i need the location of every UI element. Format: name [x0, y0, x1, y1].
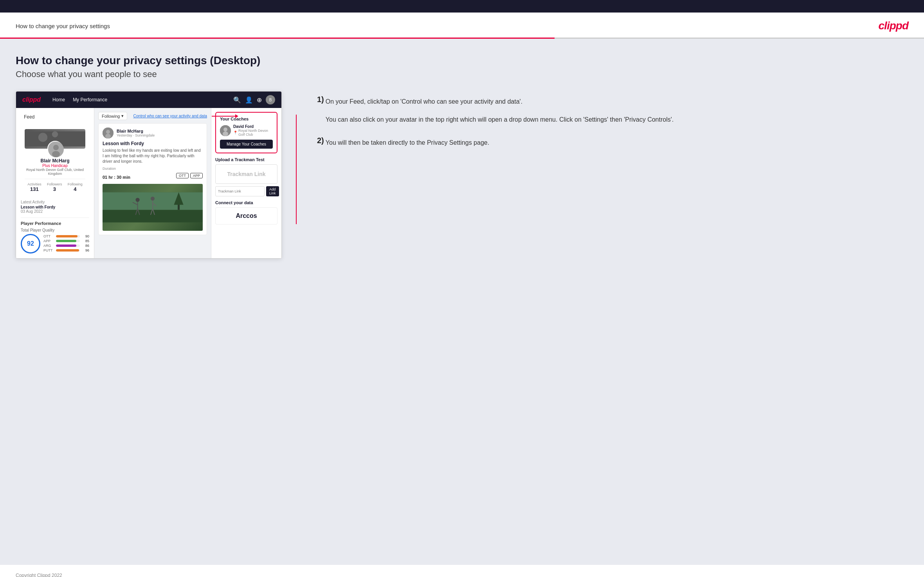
followers-value: 3: [47, 186, 62, 192]
bar-ott: OTT 90: [43, 234, 89, 238]
coach-club-name: Royal North Devon Golf Club: [238, 129, 273, 137]
profile-stats: Activities 131 Followers 3 Following 4: [25, 179, 85, 192]
manage-coaches-button[interactable]: Manage Your Coaches: [220, 140, 273, 149]
profile-club: Royal North Devon Golf Club, United King…: [25, 168, 85, 176]
main-content: How to change your privacy settings (Des…: [0, 39, 924, 565]
svg-point-5: [52, 151, 60, 157]
instructions-panel: 1) On your Feed, click/tap on 'Control w…: [313, 91, 908, 160]
tag-ott: OTT: [176, 173, 189, 178]
connect-data: Connect your data Arccos: [215, 200, 277, 225]
svg-point-19: [151, 196, 155, 200]
post-header: Blair McHarg Yesterday · Sunningdale: [103, 128, 203, 138]
upload-trackman-title: Upload a Trackman Test: [215, 157, 277, 162]
post-author-info: Blair McHarg Yesterday · Sunningdale: [117, 129, 155, 137]
tag-app: APP: [190, 173, 203, 178]
post-date: Yesterday · Sunningdale: [117, 133, 155, 137]
notifications-icon[interactable]: ⊕: [257, 96, 262, 104]
post-avatar: [103, 128, 113, 138]
svg-point-8: [105, 134, 111, 138]
post-description: Looking to feel like my hands are exitin…: [103, 148, 203, 164]
latest-activity: Latest Activity Lesson with Fordy 03 Aug…: [21, 200, 89, 214]
instruction-1-number: 1): [317, 95, 324, 104]
instruction-2: 2) You will then be taken directly to th…: [317, 136, 908, 148]
page-heading: How to change your privacy settings (Des…: [16, 54, 908, 67]
tpq-row: 92 OTT 90 APP 85: [21, 234, 89, 253]
svg-point-14: [135, 198, 139, 202]
bar-arg: ARG 86: [43, 244, 89, 248]
coaches-title: Your Coaches: [220, 117, 273, 121]
content-area: clippd Home My Performance 🔍 👤 ⊕ B Feed: [16, 91, 908, 259]
post-duration-value: 01 hr : 30 min: [103, 175, 130, 180]
nav-item-performance[interactable]: My Performance: [73, 97, 107, 102]
post-author-name: Blair McHarg: [117, 129, 155, 133]
trackman-placeholder: Trackman Link: [215, 164, 277, 184]
stat-activities: Activities 131: [27, 182, 41, 192]
person-icon[interactable]: 👤: [245, 96, 253, 104]
activities-value: 131: [27, 186, 41, 192]
coach-club: 📍 Royal North Devon Golf Club: [233, 129, 273, 137]
coaches-box: Your Coaches David Ford 📍 Royal North De…: [215, 112, 277, 153]
header: How to change your privacy settings clip…: [0, 13, 924, 38]
latest-activity-title: Lesson with Fordy: [21, 205, 89, 209]
app-nav: clippd Home My Performance 🔍 👤 ⊕ B: [16, 92, 281, 108]
post-duration-row: 01 hr : 30 min OTT APP: [103, 173, 203, 182]
red-vertical-line-container: [296, 115, 297, 224]
coach-name: David Ford: [233, 124, 273, 129]
add-link-button[interactable]: Add Link: [266, 186, 279, 196]
app-right-sidebar: Your Coaches David Ford 📍 Royal North De…: [211, 108, 281, 258]
instruction-2-text: You will then be taken directly to the P…: [326, 138, 489, 148]
post-duration-label: Duration: [103, 167, 203, 171]
nav-icons: 🔍 👤 ⊕ B: [233, 95, 275, 104]
search-icon[interactable]: 🔍: [233, 96, 241, 104]
app-nav-logo: clippd: [22, 96, 41, 103]
nav-item-home[interactable]: Home: [52, 97, 65, 102]
stat-following: Following 4: [68, 182, 83, 192]
page-subheading: Choose what you want people to see: [16, 69, 908, 79]
following-bar: Following ▾ Control who can see your act…: [98, 112, 207, 120]
clippd-logo: clippd: [879, 20, 908, 32]
feed-tab[interactable]: Feed: [21, 113, 89, 121]
svg-point-1: [38, 133, 47, 142]
svg-point-25: [223, 128, 227, 131]
post-card: Blair McHarg Yesterday · Sunningdale Les…: [98, 123, 207, 235]
stat-followers: Followers 3: [47, 182, 62, 192]
latest-activity-date: 03 Aug 2022: [21, 209, 89, 214]
bar-app: APP 85: [43, 239, 89, 243]
instruction-2-number: 2): [317, 136, 324, 145]
player-performance: Player Performance Total Player Quality …: [21, 217, 89, 253]
chevron-down-icon: ▾: [121, 113, 124, 119]
activities-label: Activities: [27, 182, 41, 186]
following-value: 4: [68, 186, 83, 192]
privacy-link-container: Control who can see your activity and da…: [133, 114, 207, 118]
tpq-bars: OTT 90 APP 85 ARG: [43, 234, 89, 253]
following-button[interactable]: Following ▾: [98, 112, 127, 120]
profile-badge: Plus Handicap: [25, 164, 85, 168]
svg-point-4: [53, 145, 59, 150]
app-screenshot: clippd Home My Performance 🔍 👤 ⊕ B Feed: [16, 91, 282, 259]
footer: Copyright Clippd 2022: [0, 565, 924, 577]
trackman-input[interactable]: [215, 186, 265, 196]
bar-putt: PUTT 96: [43, 248, 89, 252]
user-avatar-nav[interactable]: B: [266, 95, 275, 104]
instruction-1-main-text: On your Feed, click/tap on 'Control who …: [326, 97, 674, 107]
connect-data-title: Connect your data: [215, 200, 277, 205]
profile-avatar: [47, 141, 63, 156]
red-vertical-line: [296, 115, 297, 224]
profile-card: Blair McHarg Plus Handicap Royal North D…: [21, 125, 89, 196]
top-bar: [0, 0, 924, 13]
header-title: How to change your privacy settings: [16, 23, 110, 29]
trackman-input-row: Add Link: [215, 186, 277, 196]
post-title: Lesson with Fordy: [103, 141, 203, 146]
tpq-circle: 92: [21, 234, 40, 253]
svg-rect-10: [103, 210, 203, 222]
post-tags: OTT APP: [176, 173, 203, 178]
player-perf-title: Player Performance: [21, 217, 89, 226]
svg-point-2: [52, 131, 58, 138]
privacy-control-link[interactable]: Control who can see your activity and da…: [133, 114, 207, 118]
app-main: Following ▾ Control who can see your act…: [94, 108, 211, 258]
arccos-logo: Arccos: [215, 207, 277, 225]
followers-label: Followers: [47, 182, 62, 186]
coach-avatar: [220, 125, 231, 136]
post-golf-image: [103, 184, 203, 231]
latest-activity-label: Latest Activity: [21, 200, 89, 204]
